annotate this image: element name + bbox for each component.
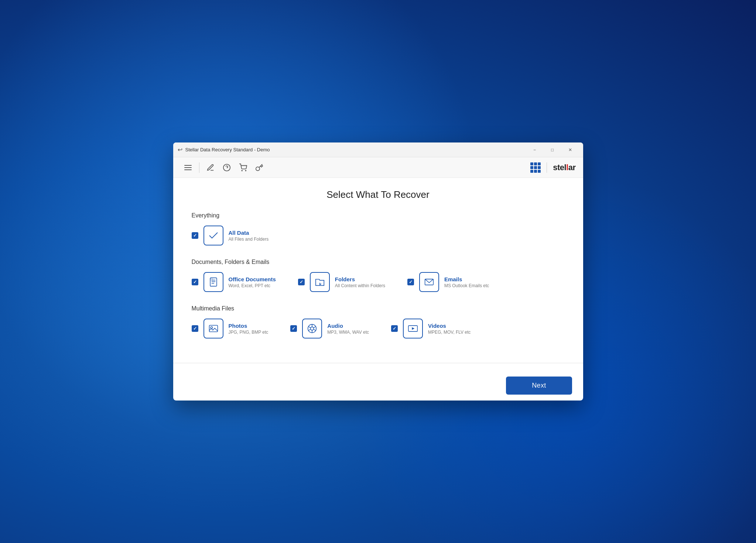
item-sublabel-videos: MPEG, MOV, FLV etc xyxy=(428,330,471,335)
title-bar: ↩ Stellar Data Recovery Standard - Demo … xyxy=(173,142,583,157)
checkbox-emails[interactable]: ✓ xyxy=(407,279,414,285)
key-button[interactable] xyxy=(252,160,267,175)
next-button[interactable]: Next xyxy=(506,377,572,395)
icon-box-office xyxy=(203,272,223,292)
item-label-audio: Audio xyxy=(327,323,369,329)
hamburger-icon xyxy=(183,164,193,172)
icon-box-photos xyxy=(203,319,223,338)
close-button[interactable]: ✕ xyxy=(562,144,579,155)
item-text-emails: Emails MS Outlook Emails etc xyxy=(444,276,489,288)
content-area: Select What To Recover Everything ✓ Al xyxy=(173,178,583,363)
checkbox-audio[interactable]: ✓ xyxy=(290,325,297,332)
section-multimedia: Multimedia Files ✓ Photos xyxy=(192,305,565,338)
item-sublabel-all-data: All Files and Folders xyxy=(229,237,269,242)
video-icon xyxy=(408,323,418,334)
audio-icon xyxy=(307,323,317,334)
item-office-documents[interactable]: ✓ Office Documents Word, Excel, xyxy=(192,272,276,292)
svg-rect-7 xyxy=(210,278,213,281)
items-row-documents: ✓ Office Documents Word, Excel, xyxy=(192,272,565,292)
item-sublabel-photos: JPG, PNG, BMP etc xyxy=(229,330,268,335)
item-sublabel-folders: All Content within Folders xyxy=(335,283,385,288)
item-label-photos: Photos xyxy=(229,323,268,329)
checkbox-folders[interactable]: ✓ xyxy=(298,279,305,285)
icon-box-all-data xyxy=(203,226,223,245)
footer: Next xyxy=(173,371,583,401)
checkbox-office-documents[interactable]: ✓ xyxy=(192,279,198,285)
minimize-button[interactable]: − xyxy=(526,144,543,155)
app-icon: ↩ xyxy=(178,146,182,153)
items-row-multimedia: ✓ Photos JPG, PNG, BMP etc xyxy=(192,319,565,338)
toolbar: stellar xyxy=(173,157,583,178)
item-label-all-data: All Data xyxy=(229,230,269,236)
menu-button[interactable] xyxy=(181,160,195,175)
office-doc-icon xyxy=(208,277,219,287)
all-data-icon xyxy=(208,230,219,241)
item-label-folders: Folders xyxy=(335,276,385,282)
page-title: Select What To Recover xyxy=(192,189,565,200)
toolbar-left xyxy=(181,160,267,175)
stellar-logo: stellar xyxy=(553,163,575,172)
icon-box-emails xyxy=(419,272,439,292)
item-text-photos: Photos JPG, PNG, BMP etc xyxy=(229,323,268,335)
item-all-data[interactable]: ✓ All Data All Files and Folders xyxy=(192,226,269,245)
items-row-everything: ✓ All Data All Files and Folders xyxy=(192,226,565,245)
folder-icon xyxy=(314,276,325,288)
item-videos[interactable]: ✓ Videos MPEG, MOV, FLV etc xyxy=(391,319,471,338)
item-folders[interactable]: ✓ Folders All Content within Folders xyxy=(298,272,385,292)
checkbox-check-audio: ✓ xyxy=(292,326,295,331)
section-title-multimedia: Multimedia Files xyxy=(192,305,565,312)
item-label-office: Office Documents xyxy=(229,276,276,282)
checkbox-check-videos: ✓ xyxy=(393,326,396,331)
item-text-all-data: All Data All Files and Folders xyxy=(229,230,269,242)
item-text-office: Office Documents Word, Excel, PPT etc xyxy=(229,276,276,288)
item-text-audio: Audio MP3, WMA, WAV etc xyxy=(327,323,369,335)
section-title-documents: Documents, Folders & Emails xyxy=(192,259,565,265)
logo-separator xyxy=(547,162,547,173)
checkbox-videos[interactable]: ✓ xyxy=(391,325,398,332)
item-photos[interactable]: ✓ Photos JPG, PNG, BMP etc xyxy=(192,319,268,338)
cart-icon xyxy=(239,164,247,172)
section-title-everything: Everything xyxy=(192,212,565,219)
maximize-button[interactable]: □ xyxy=(544,144,561,155)
email-icon xyxy=(424,277,434,287)
edit-icon xyxy=(206,164,215,172)
svg-marker-14 xyxy=(412,327,414,330)
footer-divider xyxy=(173,363,583,363)
help-icon xyxy=(223,164,231,172)
title-bar-text: Stellar Data Recovery Standard - Demo xyxy=(185,147,270,152)
item-sublabel-office: Word, Excel, PPT etc xyxy=(229,283,276,288)
icon-box-audio xyxy=(302,319,322,338)
logo-text: stellar xyxy=(553,163,575,172)
help-button[interactable] xyxy=(219,160,234,175)
item-sublabel-emails: MS Outlook Emails etc xyxy=(444,283,489,288)
apps-grid-icon xyxy=(530,162,541,173)
svg-rect-9 xyxy=(209,325,218,332)
photo-icon xyxy=(208,323,219,334)
icon-box-folders xyxy=(310,272,330,292)
title-bar-left: ↩ Stellar Data Recovery Standard - Demo xyxy=(178,146,270,153)
item-text-folders: Folders All Content within Folders xyxy=(335,276,385,288)
checkbox-check-folders: ✓ xyxy=(300,279,303,285)
checkbox-photos[interactable]: ✓ xyxy=(192,325,198,332)
title-bar-controls: − □ ✕ xyxy=(526,144,579,155)
checkbox-check-photos: ✓ xyxy=(193,326,197,331)
checkbox-check-office: ✓ xyxy=(193,279,197,285)
cart-button[interactable] xyxy=(236,160,250,175)
key-icon xyxy=(255,164,263,172)
svg-point-2 xyxy=(245,170,246,171)
section-documents: Documents, Folders & Emails ✓ xyxy=(192,259,565,292)
item-audio[interactable]: ✓ xyxy=(290,319,369,338)
toolbar-right: stellar xyxy=(530,162,575,173)
icon-box-videos xyxy=(403,319,423,338)
toolbar-separator xyxy=(199,162,199,173)
edit-button[interactable] xyxy=(203,160,218,175)
checkbox-check-emails: ✓ xyxy=(409,279,413,285)
item-label-videos: Videos xyxy=(428,323,471,329)
svg-point-1 xyxy=(242,170,242,171)
section-everything: Everything ✓ All Data All Files and Fold… xyxy=(192,212,565,245)
item-sublabel-audio: MP3, WMA, WAV etc xyxy=(327,330,369,335)
checkbox-all-data[interactable]: ✓ xyxy=(192,232,198,239)
logo-red-dot: l xyxy=(566,163,568,172)
svg-point-10 xyxy=(211,327,212,329)
item-emails[interactable]: ✓ Emails MS Outlook Emails etc xyxy=(407,272,489,292)
